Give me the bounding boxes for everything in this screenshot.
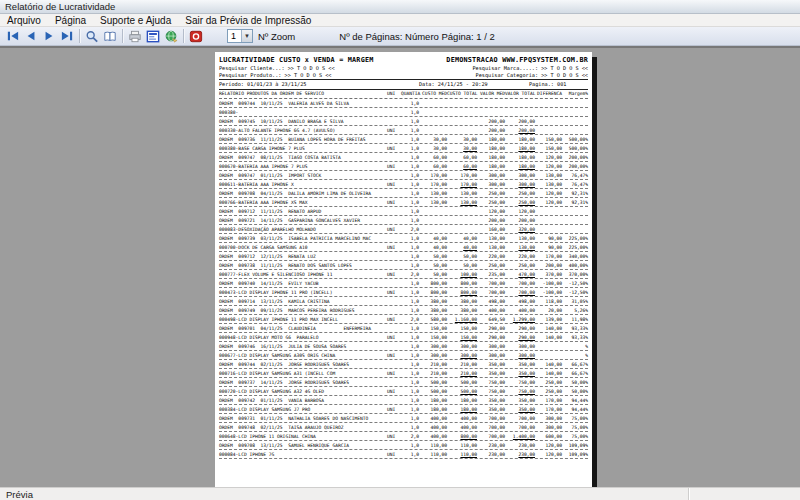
cell-uni: UNI (387, 146, 401, 152)
cell-custo_med: 380,00 (419, 299, 447, 305)
cell-qty: 2,0 (401, 434, 419, 440)
toolbar-separator (122, 29, 123, 43)
cell-custo_med: 800,00 (419, 290, 447, 296)
cell-custo_total: 400,00 (447, 416, 477, 422)
table-row: ORDEM 009708 13/11/25 SAMUEL HENRIQUE GA… (219, 441, 588, 450)
cell-valor_total: 200,00 (505, 128, 535, 134)
cell-custo_med: 50,00 (419, 272, 447, 278)
cell-qty: 1,0 (401, 299, 419, 305)
print-setup-icon (146, 30, 160, 43)
cell-valor_med: 180,00 (477, 155, 505, 161)
last-page-button[interactable] (58, 28, 76, 44)
cell-desc: ORDEM 009708 13/11/25 SAMUEL HENRIQUE GA… (219, 443, 387, 449)
cell-qty: 1,0 (401, 245, 419, 251)
cell-custo_total: 130,00 (447, 200, 477, 206)
cell-custo_total: 30,00 (447, 137, 477, 143)
cell-diferenca: 170,00 (535, 407, 562, 413)
cell-desc: ORDEM 009739 03/11/25 ISABELA PATRICIA M… (219, 236, 387, 242)
table-row: 000384-LCD DISPLAY SAMSUNG J7 PROUNI1,01… (219, 405, 588, 414)
cell-custo_total: 150,00 (447, 326, 477, 332)
menu-item-2[interactable]: Suporte e Ajuda (93, 14, 178, 27)
cell-valor_med: 220,00 (477, 254, 505, 260)
cell-valor_med: 700,00 (477, 425, 505, 431)
cell-qty: 1,0 (401, 173, 419, 179)
close-preview-button[interactable] (187, 28, 205, 44)
table-row: ORDEM 009712 12/11/25 RENATA LUZ1,050,00… (219, 252, 588, 261)
cell-custo_med: 800,00 (419, 281, 447, 287)
cell-margem: % (562, 344, 588, 350)
prev-page-button[interactable] (22, 28, 40, 44)
cell-diferenca: 150,00 (535, 146, 562, 152)
print-button[interactable] (126, 28, 144, 44)
cell-margem: -12,50% (562, 290, 588, 296)
cell-margem: -12,50% (562, 281, 588, 287)
cell-custo_med: 500,00 (419, 389, 447, 395)
first-page-button[interactable] (4, 28, 22, 44)
cell-qty: 1,0 (401, 380, 419, 386)
zoom-select[interactable]: 1 ▼ (227, 29, 253, 43)
print-setup-button[interactable] (144, 28, 162, 44)
table-body: ORDEM 009744 10/11/25 VALERIA ALVES DA S… (219, 99, 588, 459)
cell-qty: 2,0 (401, 227, 419, 233)
cell-valor_total: 180,00 (505, 155, 535, 161)
menu-item-3[interactable]: Sair da Prévia de Impressão (178, 14, 318, 27)
menu-item-1[interactable]: Página (48, 14, 93, 27)
cell-diferenca: 150,00 (535, 137, 562, 143)
cell-diferenca: -100,00 (535, 281, 562, 287)
chevron-down-icon[interactable]: ▼ (241, 30, 252, 42)
table-row: ORDEM 009712 11/11/25 RENATO ARPUD1,0120… (219, 207, 588, 216)
table-row: 000330-ALTO FALANTE IPHONE 6G 4.7 (AVULS… (219, 126, 588, 135)
prev-page-icon (24, 30, 38, 42)
cell-diferenca: 300,00 (535, 416, 562, 422)
table-row: ORDEM 009745 10/11/25 DANILO BRAGA E SIL… (219, 117, 588, 126)
table-row: 000948-LCD DISPLAY MOTO G6 PARALELOUNI1,… (219, 333, 588, 342)
cell-valor_total: 200,00 (505, 218, 535, 224)
cell-diferenca: 90,00 (535, 245, 562, 251)
cell-valor_med: 350,00 (477, 362, 505, 368)
cell-qty: 1,0 (401, 425, 419, 431)
cell-uni: UNI (387, 434, 401, 440)
cell-valor_total: 290,00 (505, 335, 535, 341)
menu-item-0[interactable]: Arquivo (0, 14, 48, 27)
cell-valor_total: 750,00 (505, 380, 535, 386)
cell-custo_total: 1.160,00 (447, 317, 477, 323)
cell-desc: ORDEM 009742 01/11/25 VANIA BARBOSA (219, 398, 387, 404)
cell-desc: 000670-BATERIA AAA IPHONE 7 PLUS (219, 164, 387, 170)
cell-qty: 1,0 (401, 290, 419, 296)
cell-valor_total: 700,00 (505, 281, 535, 287)
cell-desc: 000700-DOCK DE CARGA SAMSUNG A10 (219, 245, 387, 251)
cell-margem: 5,26% (562, 308, 588, 314)
report-date: Data: 24/11/25 - 20:29 (419, 81, 529, 88)
toolbar-separator (79, 29, 80, 43)
cell-custo_med: 40,00 (419, 245, 447, 251)
cell-diferenca: 120,00 (535, 191, 562, 197)
cell-custo_total: 110,00 (447, 452, 477, 458)
cell-desc: ORDEM 009736 11/11/25 BUIANA LOPES HORA … (219, 137, 387, 143)
cell-valor_total: 250,00 (505, 263, 535, 269)
cell-desc: 000380- (219, 110, 387, 116)
cell-valor_total: 498,00 (505, 299, 535, 305)
cell-valor_med: 130,00 (477, 236, 505, 242)
cell-qty: 1,0 (401, 254, 419, 260)
cell-custo_total: 60,00 (447, 155, 477, 161)
window-title: Relatório de Lucratividade (5, 1, 115, 12)
export-internet-button[interactable] (162, 28, 180, 44)
cell-valor_total: 230,00 (505, 452, 535, 458)
two-page-view-button[interactable] (101, 28, 119, 44)
cell-desc: ORDEM 009712 11/11/25 RENATO ARPUD (219, 209, 387, 215)
zoom-button[interactable] (83, 28, 101, 44)
cell-custo_med: 180,00 (419, 398, 447, 404)
cell-diferenca: 120,00 (535, 164, 562, 170)
next-page-button[interactable] (40, 28, 58, 44)
cell-custo_med: 500,00 (419, 380, 447, 386)
column-header-desc: RELATORIO PRODUTOS DA ORDEM DE SERVICO (219, 91, 387, 97)
cell-valor_med: 180,00 (477, 137, 505, 143)
cell-custo_med: 110,00 (419, 443, 447, 449)
column-header-margem: Margem% (562, 91, 588, 97)
cell-valor_med: 250,00 (477, 191, 505, 197)
cell-custo_total: 380,00 (447, 308, 477, 314)
cell-margem: 340,00% (562, 254, 588, 260)
cell-desc: 000766-BATERIA AAA IPHONE XS MAX (219, 200, 387, 206)
column-header-valor_med: VALOR MED (477, 91, 505, 97)
cell-valor_total: 1.400,00 (505, 434, 535, 440)
